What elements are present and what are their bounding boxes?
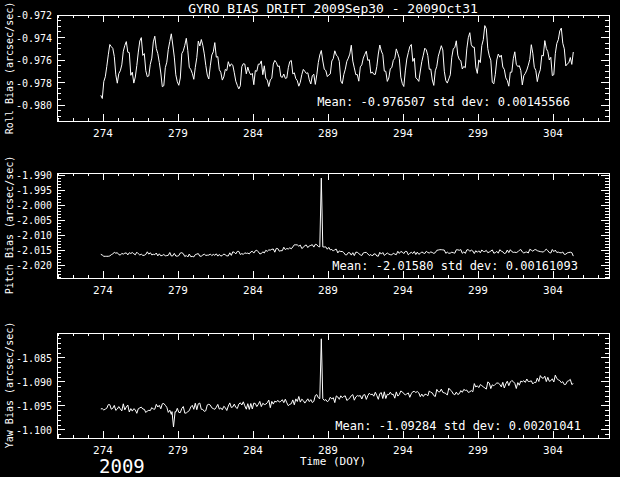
x-tick-label: 279 [158,284,198,297]
x-tick-label: 274 [83,127,123,140]
pitch-bias-series-line [101,178,574,257]
roll-y-axis-label: Roll Bias (arcsec/sec) [4,2,15,134]
x-tick-label: 304 [533,284,573,297]
x-tick-label: 294 [383,284,423,297]
yaw-stats-text: Mean: -1.09284 std dev: 0.00201041 [335,419,581,433]
pitch-stats-text: Mean: -2.01580 std dev: 0.00161093 [332,259,578,273]
x-tick-label: 294 [383,127,423,140]
y-tick-label: -2.015 [2,245,52,256]
plot-canvas [0,0,620,477]
gyro-bias-drift-screen: GYRO BIAS DRIFT 2009Sep30 - 2009Oct31 Ro… [0,0,620,477]
y-tick-label: -2.010 [2,230,52,241]
x-tick-label: 304 [533,127,573,140]
x-tick-label: 299 [458,284,498,297]
y-tick-label: -1.100 [2,424,52,435]
x-tick-label: 284 [233,284,273,297]
y-tick-label: -1.090 [2,376,52,387]
y-tick-label: -1.095 [2,400,52,411]
y-tick-label: -1.085 [2,352,52,363]
x-tick-label: 289 [308,284,348,297]
x-tick-label: 284 [233,444,273,457]
y-tick-label: -2.000 [2,200,52,211]
roll-stats-text: Mean: -0.976507 std dev: 0.00145566 [317,95,570,109]
y-tick-label: -1.995 [2,185,52,196]
x-tick-label: 289 [308,444,348,457]
x-tick-label: 299 [458,444,498,457]
year-label: 2009 [99,455,145,477]
x-tick-label: 279 [158,444,198,457]
y-tick-label: -2.005 [2,215,52,226]
chart-title: GYRO BIAS DRIFT 2009Sep30 - 2009Oct31 [57,1,609,16]
y-tick-label: -2.020 [2,260,52,271]
y-tick-label: -0.978 [2,77,52,88]
y-tick-label: -0.980 [2,100,52,111]
x-tick-label: 284 [233,127,273,140]
yaw-bias-series-line [101,339,574,427]
y-tick-label: -0.976 [2,55,52,66]
x-tick-label: 274 [83,444,123,457]
y-tick-label: -0.974 [2,32,52,43]
y-tick-label: -0.972 [2,10,52,21]
y-tick-label: -1.990 [2,170,52,181]
x-tick-label: 279 [158,127,198,140]
x-tick-label: 304 [533,444,573,457]
x-tick-label: 274 [83,284,123,297]
roll-bias-series-line [101,26,574,99]
x-tick-label: 294 [383,444,423,457]
x-tick-label: 289 [308,127,348,140]
x-tick-label: 299 [458,127,498,140]
